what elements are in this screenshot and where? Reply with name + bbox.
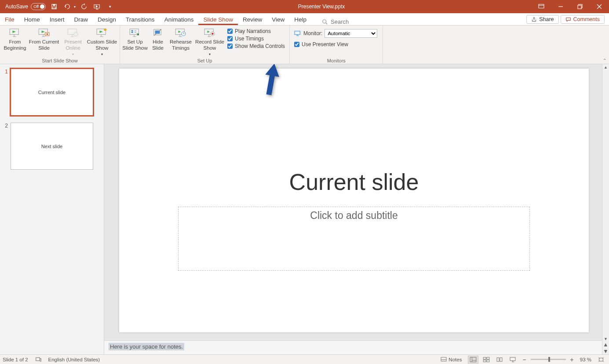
play-narrations-checkbox[interactable]: Play Narrations xyxy=(227,28,285,34)
close-icon[interactable] xyxy=(590,0,609,13)
slide-counter[interactable]: Slide 1 of 2 xyxy=(3,357,28,362)
group-monitors: Monitor: Automatic Use Presenter View Mo… xyxy=(290,25,383,64)
slideshow-view-icon[interactable] xyxy=(507,356,518,364)
undo-icon[interactable] xyxy=(62,2,72,11)
vertical-scrollbar[interactable]: ▲ ▼ ⯅ ⯆ xyxy=(602,64,609,354)
prev-slide-icon[interactable]: ⯅ xyxy=(604,342,608,348)
svg-point-16 xyxy=(74,32,78,36)
comments-button[interactable]: Comments xyxy=(561,15,605,24)
slide-thumbnail-1[interactable]: Current slide xyxy=(11,69,93,116)
zoom-out-button[interactable]: − xyxy=(521,356,528,363)
use-presenter-view-checkbox[interactable]: Use Presenter View xyxy=(294,41,348,47)
zoom-percent[interactable]: 93 % xyxy=(580,357,591,362)
group-label: Monitors xyxy=(292,58,381,64)
zoom-slider[interactable] xyxy=(531,359,566,360)
scroll-up-icon[interactable]: ▲ xyxy=(604,64,608,70)
from-beginning-button[interactable]: From Beginning xyxy=(2,26,28,51)
monitor-label: Monitor: xyxy=(303,30,322,36)
autosave-label: AutoSave xyxy=(5,4,28,10)
share-button[interactable]: Share xyxy=(526,15,558,24)
custom-slideshow-button[interactable]: Custom Slide Show▾ xyxy=(86,26,118,57)
ribbon-tabs: File Home Insert Draw Design Transitions… xyxy=(0,13,609,25)
status-bar: Slide 1 of 2 English (United States) Not… xyxy=(0,354,609,364)
svg-point-14 xyxy=(47,33,48,35)
slide[interactable]: Current slide Click to add subtitle xyxy=(119,69,589,332)
slide-thumbnail-2[interactable]: Next slide xyxy=(11,123,93,170)
slide-canvas-area[interactable]: Current slide Click to add subtitle xyxy=(104,64,602,340)
thumb-number: 1 xyxy=(0,69,11,75)
slide-title[interactable]: Current slide xyxy=(119,169,589,195)
ribbon-display-icon[interactable] xyxy=(532,0,551,13)
group-label: Start Slide Show xyxy=(2,58,118,64)
reading-view-icon[interactable] xyxy=(494,356,505,364)
comment-icon xyxy=(565,17,571,22)
monitor-icon xyxy=(294,30,301,36)
svg-rect-38 xyxy=(484,360,486,361)
svg-rect-20 xyxy=(131,32,133,33)
present-online-button[interactable]: Present Online▾ xyxy=(60,26,86,57)
maximize-icon[interactable] xyxy=(570,0,590,13)
svg-point-9 xyxy=(323,19,326,23)
next-slide-icon[interactable]: ⯆ xyxy=(604,348,608,354)
svg-rect-6 xyxy=(578,5,581,9)
from-current-slide-button[interactable]: From Current Slide xyxy=(28,26,60,51)
fit-to-window-icon[interactable] xyxy=(596,356,606,364)
svg-rect-2 xyxy=(53,7,56,9)
scroll-down-icon[interactable]: ▼ xyxy=(604,336,608,342)
svg-rect-36 xyxy=(484,357,486,359)
workspace: 1 Current slide 2 Next slide Current sli… xyxy=(0,64,609,354)
svg-rect-40 xyxy=(510,357,515,360)
search-icon xyxy=(322,19,328,25)
tab-view[interactable]: View xyxy=(267,15,289,25)
slide-editor: Current slide Click to add subtitle Here… xyxy=(104,64,602,354)
ribbon: From Beginning From Current Slide Presen… xyxy=(0,25,609,64)
notes-pane[interactable]: Here is your space for notes. xyxy=(104,340,602,354)
svg-rect-30 xyxy=(36,357,40,360)
tab-animations[interactable]: Animations xyxy=(160,15,199,25)
hide-slide-button[interactable]: Hide Slide xyxy=(148,26,168,51)
autosave-toggle[interactable]: AutoSave Off xyxy=(5,3,46,10)
svg-rect-33 xyxy=(470,357,477,361)
thumb-number: 2 xyxy=(0,123,11,129)
repeat-icon[interactable] xyxy=(79,2,89,11)
language-status[interactable]: English (United States) xyxy=(48,357,100,362)
slide-subtitle-placeholder[interactable]: Click to add subtitle xyxy=(178,207,530,271)
svg-rect-39 xyxy=(487,360,489,361)
use-timings-checkbox[interactable]: Use Timings xyxy=(227,36,285,42)
tab-home[interactable]: Home xyxy=(19,15,45,25)
monitor-select[interactable]: Automatic xyxy=(325,29,377,38)
tab-slideshow[interactable]: Slide Show xyxy=(198,15,238,25)
group-label: Set Up xyxy=(122,58,288,64)
minimize-icon[interactable] xyxy=(551,0,570,13)
show-media-controls-checkbox[interactable]: Show Media Controls xyxy=(227,43,285,49)
svg-rect-41 xyxy=(599,358,603,361)
tab-transitions[interactable]: Transitions xyxy=(121,15,160,25)
document-title: Presenter View.pptx xyxy=(111,4,532,10)
svg-rect-37 xyxy=(487,357,489,359)
search-box[interactable]: Search xyxy=(322,18,349,25)
notes-button[interactable]: Notes xyxy=(441,357,462,362)
svg-rect-19 xyxy=(131,30,133,32)
share-icon xyxy=(531,17,537,22)
tab-file[interactable]: File xyxy=(0,15,19,25)
record-slideshow-button[interactable]: Record Slide Show▾ xyxy=(194,26,226,57)
rehearse-timings-button[interactable]: Rehearse Timings xyxy=(168,26,194,51)
tab-draw[interactable]: Draw xyxy=(69,15,93,25)
normal-view-icon[interactable] xyxy=(468,356,478,364)
zoom-in-button[interactable]: + xyxy=(569,356,576,363)
collapse-ribbon-icon[interactable]: ⌃ xyxy=(603,58,606,63)
tab-design[interactable]: Design xyxy=(93,15,121,25)
tab-review[interactable]: Review xyxy=(238,15,267,25)
svg-rect-4 xyxy=(539,4,544,8)
tab-insert[interactable]: Insert xyxy=(45,15,69,25)
svg-point-28 xyxy=(212,33,214,35)
svg-rect-31 xyxy=(441,357,446,361)
start-from-beginning-icon[interactable] xyxy=(92,2,102,11)
tab-help[interactable]: Help xyxy=(289,15,311,25)
save-icon[interactable] xyxy=(49,2,59,11)
notes-text[interactable]: Here is your space for notes. xyxy=(109,343,184,350)
accessibility-icon[interactable] xyxy=(35,357,41,363)
setup-slideshow-button[interactable]: Set Up Slide Show xyxy=(122,26,148,51)
slide-sorter-view-icon[interactable] xyxy=(481,356,492,364)
undo-dropdown-icon[interactable]: ▾ xyxy=(74,5,76,9)
